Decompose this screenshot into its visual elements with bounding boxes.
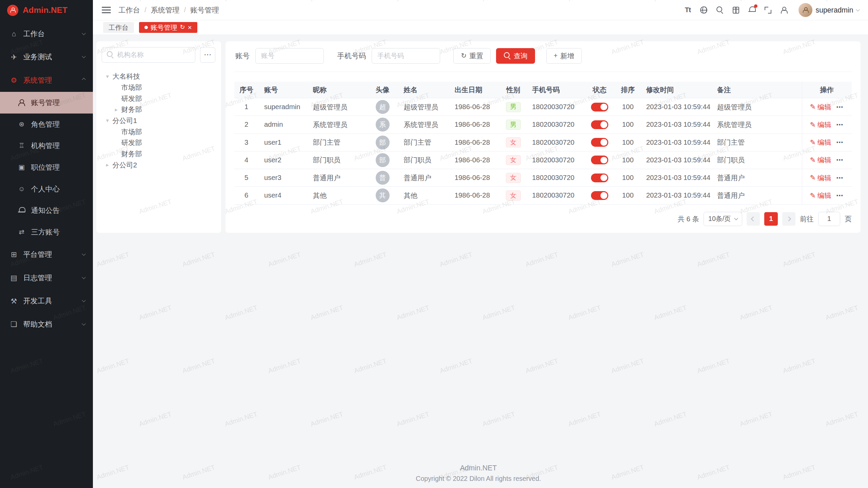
- status-toggle[interactable]: [591, 103, 608, 111]
- status-toggle[interactable]: [591, 120, 608, 129]
- divider: [234, 72, 852, 72]
- more-actions-button[interactable]: ⋯: [836, 103, 844, 111]
- close-icon[interactable]: ×: [188, 24, 192, 31]
- more-actions-button[interactable]: ⋯: [836, 191, 844, 200]
- app-logo[interactable]: Admin.NET: [0, 0, 93, 20]
- edit-button[interactable]: ✎编辑: [810, 138, 831, 147]
- user-menu[interactable]: superadmin: [798, 3, 859, 17]
- search-icon[interactable]: [716, 4, 724, 16]
- menu-collapse-icon[interactable]: [102, 6, 111, 14]
- page-1-button[interactable]: 1: [764, 212, 777, 225]
- cell-birthdate: 1986-06-28: [449, 134, 500, 151]
- tab-workbench[interactable]: 工作台: [103, 22, 134, 33]
- prev-page-button[interactable]: [747, 212, 760, 225]
- cell-birthdate: 1986-06-28: [449, 187, 500, 204]
- breadcrumb-item[interactable]: 系统管理: [151, 5, 180, 15]
- breadcrumb-separator: /: [144, 6, 146, 14]
- status-toggle[interactable]: [591, 174, 608, 182]
- sidebar-item-profile-center[interactable]: ☺个人中心: [0, 178, 93, 200]
- more-actions-button[interactable]: ⋯: [836, 174, 844, 182]
- edit-button[interactable]: ✎编辑: [810, 173, 831, 183]
- breadcrumb-item[interactable]: 工作台: [118, 5, 140, 15]
- sidebar-item-position-manage[interactable]: ▣职位管理: [0, 157, 93, 178]
- cell-gender: 女: [500, 169, 527, 186]
- sidebar-item-role-manage[interactable]: ⊛角色管理: [0, 114, 93, 135]
- more-actions-button[interactable]: ⋯: [836, 156, 844, 164]
- cell-avatar: 部: [367, 134, 398, 151]
- tree-node[interactable]: ▸分公司2: [102, 159, 215, 170]
- tab-account-manage[interactable]: 账号管理↻×: [139, 22, 197, 33]
- sidebar-item-business-test[interactable]: ✈业务测试: [0, 45, 93, 69]
- sidebar-item-help-docs[interactable]: ❏帮助文档: [0, 312, 93, 336]
- cell-status: [584, 134, 615, 151]
- font-size-icon[interactable]: Tt: [684, 4, 692, 16]
- account-input[interactable]: [255, 48, 324, 64]
- roles-icon: ⊛: [19, 121, 24, 128]
- user-avatar: 普: [376, 171, 390, 185]
- goto-page-input[interactable]: [818, 212, 840, 226]
- more-actions-button[interactable]: ⋯: [836, 138, 844, 146]
- tree-node[interactable]: 研发部: [102, 93, 215, 104]
- business-test-icon: ✈: [11, 54, 17, 61]
- fullscreen-icon[interactable]: [764, 4, 772, 16]
- sidebar-item-dev-tools[interactable]: ⚒开发工具: [0, 289, 93, 313]
- more-actions-button[interactable]: ⋯: [836, 121, 844, 129]
- cell-actions: ✎编辑⋯: [802, 169, 852, 186]
- cell-name: 超级管理员: [398, 98, 449, 116]
- sidebar-item-label: 职位管理: [31, 163, 60, 172]
- sidebar-item-org-manage[interactable]: ♖机构管理: [0, 135, 93, 157]
- gift-icon[interactable]: [732, 4, 740, 16]
- add-button[interactable]: +新增: [546, 48, 582, 64]
- edit-button[interactable]: ✎编辑: [810, 191, 831, 200]
- chevron-down-icon: [82, 322, 86, 326]
- status-toggle[interactable]: [591, 156, 608, 164]
- tree-node[interactable]: ▸财务部: [102, 104, 215, 115]
- sidebar-item-platform-manage[interactable]: ⊞平台管理: [0, 243, 93, 266]
- cell-status: [584, 116, 615, 133]
- phone-input[interactable]: [372, 48, 440, 64]
- tree-node[interactable]: 研发部: [102, 137, 215, 148]
- topbar-right: Tt superadmin: [684, 3, 859, 17]
- caret-right-icon[interactable]: ▸: [104, 162, 111, 168]
- pagination: 共 6 条 10条/页 1 前往 页: [234, 212, 852, 226]
- status-toggle[interactable]: [591, 138, 608, 147]
- sidebar-item-system-manage[interactable]: ⚙系统管理: [0, 68, 93, 92]
- cell-remark: 普通用户: [711, 169, 802, 186]
- third-party-icon: ⇄: [19, 229, 24, 236]
- footer: Admin.NET Copyright © 2022 Dilon All rig…: [96, 460, 861, 488]
- person-icon[interactable]: [780, 4, 788, 16]
- notification-bell-icon[interactable]: [748, 4, 756, 16]
- org-more-button[interactable]: ⋯: [200, 47, 216, 63]
- status-toggle[interactable]: [591, 191, 608, 200]
- language-icon[interactable]: [700, 4, 708, 16]
- bell-icon: [18, 207, 25, 214]
- cell-account: superadmin: [259, 98, 308, 116]
- refresh-icon[interactable]: ↻: [180, 24, 185, 30]
- gender-badge: 男: [506, 102, 521, 112]
- tree-node[interactable]: 市场部: [102, 126, 215, 137]
- tree-node[interactable]: 财务部: [102, 148, 215, 160]
- next-page-button[interactable]: [782, 212, 795, 225]
- chevron-left-icon: [751, 217, 756, 221]
- query-button[interactable]: 查询: [496, 48, 535, 64]
- edit-button[interactable]: ✎编辑: [810, 102, 831, 112]
- sidebar-item-third-account[interactable]: ⇄三方账号: [0, 221, 93, 243]
- tree-node[interactable]: 市场部: [102, 82, 215, 93]
- edit-button[interactable]: ✎编辑: [810, 155, 831, 165]
- org-name-input[interactable]: [117, 51, 191, 59]
- chevron-down-icon: [82, 55, 86, 59]
- caret-right-icon[interactable]: ▸: [113, 106, 120, 113]
- caret-down-icon[interactable]: ▾: [104, 73, 111, 80]
- tree-node[interactable]: ▾分公司1: [102, 115, 215, 126]
- cell-modified-time: 2023-01-03 10:59:44: [640, 98, 711, 116]
- sidebar-item-notice[interactable]: 通知公告: [0, 200, 93, 221]
- edit-button[interactable]: ✎编辑: [810, 120, 831, 129]
- reset-button[interactable]: ↻重置: [453, 48, 491, 64]
- sidebar-item-account-manage[interactable]: 账号管理: [0, 92, 93, 114]
- sidebar-item-workbench[interactable]: ⌂工作台: [0, 22, 93, 45]
- cell-index: 3: [234, 134, 259, 151]
- page-size-select[interactable]: 10条/页: [704, 212, 742, 226]
- tree-node[interactable]: ▾大名科技: [102, 71, 215, 82]
- caret-down-icon[interactable]: ▾: [104, 117, 111, 124]
- sidebar-item-log-manage[interactable]: ▤日志管理: [0, 266, 93, 289]
